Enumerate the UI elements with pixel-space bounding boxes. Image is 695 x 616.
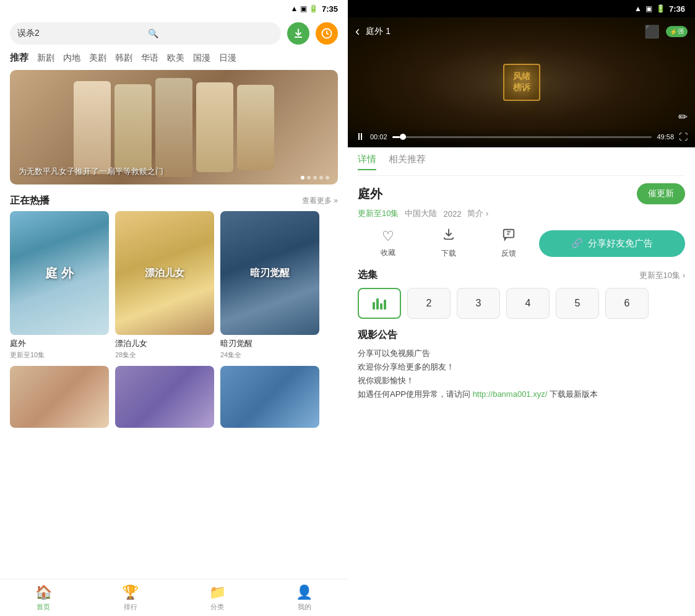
back-button[interactable]: ‹ [355, 24, 360, 40]
action-feedback[interactable]: 反馈 [479, 228, 540, 259]
right-panel: ▲ ▣ 🔋 7:36 风绪榜诉 ‹ 庭外 1 ⬛ ⚡ 强 ✏ ⏸ 00:02 [348, 0, 695, 616]
bar-3 [380, 303, 382, 310]
left-status-icons: ▲ ▣ 🔋 [290, 4, 318, 13]
notice-line-4: 如遇任何APP使用异常，请访问 [358, 389, 470, 399]
total-time: 49:58 [657, 133, 674, 141]
video-player[interactable]: 风绪榜诉 ‹ 庭外 1 ⬛ ⚡ 强 ✏ ⏸ 00:02 49:58 [348, 17, 695, 147]
nav-tab-eu[interactable]: 欧美 [167, 53, 184, 64]
notice-link-suffix: 下载最新版本 [550, 389, 598, 399]
notice-link[interactable]: http://banma001.xyz/ [473, 389, 548, 399]
nav-ranking-label: 排行 [124, 602, 137, 612]
urge-button[interactable]: 催更新 [637, 183, 685, 204]
hot-card-1[interactable]: 庭 外 庭外 更新至10集 [10, 211, 109, 360]
nav-tab-mainland[interactable]: 内地 [63, 53, 80, 64]
banner-dot-3 [313, 176, 317, 180]
nav-home[interactable]: 🏠 首页 [0, 584, 87, 612]
video-logo: 风绪榜诉 [485, 51, 559, 113]
hot-card-thumb-2: 漂泊儿女 [115, 211, 214, 335]
search-bar-row: 误杀2 🔍 [0, 17, 348, 50]
banner-dot-2 [307, 176, 311, 180]
episode-1[interactable] [358, 288, 401, 319]
notice-line-2: 欢迎你分享给更多的朋友！ [358, 362, 454, 371]
speed-label: 强 [678, 27, 684, 36]
nav-tab-recommend[interactable]: 推荐 [10, 52, 28, 64]
action-favorite-label: 收藏 [381, 248, 395, 258]
episodes-header: 选集 更新至10集 › [358, 269, 685, 282]
banner-dot-4 [319, 176, 323, 180]
nav-tab-riman[interactable]: 日漫 [219, 53, 236, 64]
action-feedback-label: 反馈 [501, 248, 516, 259]
right-status-time: 7:36 [669, 4, 685, 14]
episode-6[interactable]: 6 [605, 288, 649, 319]
download-icon [442, 228, 455, 245]
bar-1 [373, 302, 375, 310]
notice-section: 观影公告 分享可以免视频广告 欢迎你分享给更多的朋友！ 祝你观影愉快！ 如遇任何… [358, 329, 685, 401]
right-wifi-icon: ▲ [634, 4, 642, 13]
nav-tab-hua[interactable]: 华语 [141, 53, 158, 64]
status-bar-left: ▲ ▣ 🔋 7:35 [0, 0, 348, 17]
hot-cards-row: 庭 外 庭外 更新至10集 漂泊儿女 漂泊儿女 28集全 暗刃觉醒 暗刃觉醒 2… [0, 211, 348, 360]
favorite-icon: ♡ [382, 228, 394, 245]
hot-card-title-3: 暗刃觉醒 [220, 338, 319, 349]
hot-card-2[interactable]: 漂泊儿女 漂泊儿女 28集全 [115, 211, 214, 360]
nav-tab-kr[interactable]: 韩剧 [115, 53, 132, 64]
nav-home-label: 首页 [37, 602, 50, 612]
episode-5[interactable]: 5 [556, 288, 599, 319]
action-download[interactable]: 下载 [418, 228, 479, 259]
hot-section-header: 正在热播 查看更多 » [0, 188, 348, 211]
banner-figure-4 [196, 82, 233, 172]
bar-2 [376, 298, 379, 310]
edit-button[interactable]: ✏ [678, 110, 688, 124]
banner-dots [301, 176, 329, 180]
search-icon[interactable]: 🔍 [148, 28, 274, 38]
episode-4[interactable]: 4 [506, 288, 550, 319]
episodes-more[interactable]: 更新至10集 › [639, 270, 685, 281]
nav-tab-new[interactable]: 新剧 [37, 53, 54, 64]
banner-figure-3 [155, 78, 192, 177]
hot-card-3[interactable]: 暗刃觉醒 暗刃觉醒 24集全 [220, 211, 319, 360]
banner-figure-5 [237, 85, 274, 170]
hot-card-title-1: 庭外 [10, 338, 109, 349]
episode-3[interactable]: 3 [457, 288, 500, 319]
nav-tab-us[interactable]: 美剧 [89, 53, 106, 64]
share-button[interactable]: 🔗 分享好友免广告 [539, 230, 685, 257]
secondary-card-1[interactable] [10, 366, 109, 428]
nav-tabs: 推荐 新剧 内地 美剧 韩剧 华语 欧美 国漫 日漫 [0, 50, 348, 66]
nav-mine-label: 我的 [298, 602, 311, 612]
pause-button[interactable]: ⏸ [355, 131, 365, 142]
speed-badge[interactable]: ⚡ 强 [666, 26, 688, 37]
notice-line-3: 祝你观影愉快！ [358, 376, 414, 385]
ranking-icon: 🏆 [122, 584, 139, 601]
show-title-row: 庭外 催更新 [358, 183, 685, 204]
search-box[interactable]: 误杀2 🔍 [10, 22, 281, 45]
secondary-card-2[interactable] [115, 366, 214, 428]
current-time: 00:02 [370, 133, 387, 141]
video-top-bar: ‹ 庭外 1 ⬛ ⚡ 强 [348, 24, 695, 40]
progress-track[interactable] [392, 136, 652, 138]
progress-bar-row: ⏸ 00:02 49:58 ⛶ [355, 131, 688, 142]
tab-detail[interactable]: 详情 [358, 154, 376, 170]
feedback-icon [502, 228, 516, 245]
hot-section-more[interactable]: 查看更多 » [302, 196, 338, 206]
download-button[interactable] [287, 22, 309, 45]
nav-tab-guoman[interactable]: 国漫 [193, 53, 210, 64]
mine-icon: 👤 [296, 584, 313, 601]
nav-category[interactable]: 📁 分类 [174, 584, 261, 612]
fullscreen-button[interactable]: ⛶ [679, 132, 688, 142]
episode-2[interactable]: 2 [407, 288, 451, 319]
right-signal-icon: ▣ [645, 4, 652, 13]
secondary-card-3[interactable] [220, 366, 319, 428]
show-title: 庭外 [358, 186, 382, 202]
intro-link[interactable]: 简介 › [467, 208, 488, 219]
history-button[interactable] [316, 22, 338, 45]
nav-mine[interactable]: 👤 我的 [261, 584, 348, 612]
action-favorite[interactable]: ♡ 收藏 [358, 228, 418, 258]
tab-related[interactable]: 相关推荐 [389, 154, 426, 170]
country-info: 中国大陆 [405, 208, 437, 219]
action-row: ♡ 收藏 下载 [358, 228, 685, 259]
hot-card-title-2: 漂泊儿女 [115, 338, 214, 349]
nav-ranking[interactable]: 🏆 排行 [87, 584, 175, 612]
status-bar-right: ▲ ▣ 🔋 7:36 [348, 0, 695, 17]
banner[interactable]: 为无数平凡女子推开了一扇平等救赎之门 [10, 70, 338, 184]
cast-button[interactable]: ⬛ [644, 24, 660, 39]
